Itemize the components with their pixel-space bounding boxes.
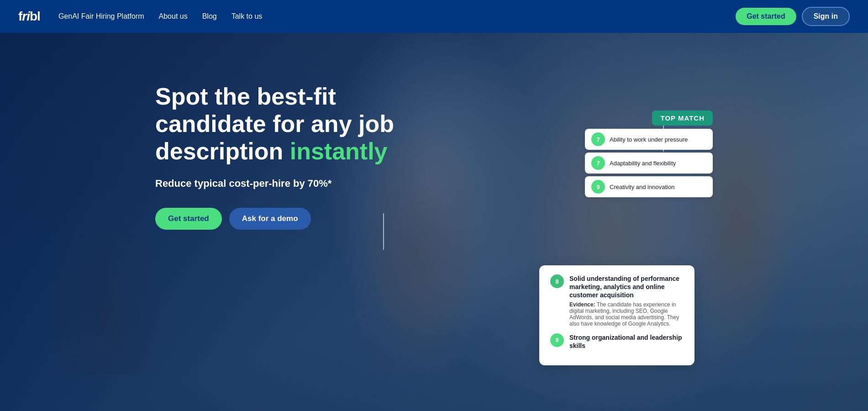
nav-links: GenAI Fair Hiring Platform About us Blog… <box>58 12 262 21</box>
hero-overlay <box>0 33 868 411</box>
navbar: fribl GenAI Fair Hiring Platform About u… <box>0 0 868 33</box>
navbar-right: Get started Sign in <box>736 7 850 26</box>
hero-buttons: Get started Ask for a demo <box>155 208 394 230</box>
score-badge-main: 8 <box>550 274 564 288</box>
nav-item-platform[interactable]: GenAI Fair Hiring Platform <box>58 12 144 21</box>
score-card-main-evidence: Evidence: The candidate has experience i… <box>569 301 684 327</box>
navbar-get-started-button[interactable]: Get started <box>736 8 796 25</box>
floating-text-2: Creativity and innovation <box>610 184 674 190</box>
score-card-main-title: Solid understanding of performance marke… <box>569 274 684 300</box>
floating-text-0: Ability to work under pressure <box>610 136 688 143</box>
floating-item-0: 7 Ability to work under pressure <box>585 129 713 150</box>
navbar-left: fribl GenAI Fair Hiring Platform About u… <box>18 9 262 24</box>
logo-italic: ri <box>22 9 30 23</box>
hero-title-line1: Spot the best-fit <box>155 83 336 110</box>
hero-demo-button[interactable]: Ask for a demo <box>229 208 311 230</box>
logo-rest: bl <box>30 9 40 23</box>
nav-link-platform[interactable]: GenAI Fair Hiring Platform <box>58 12 144 20</box>
hero-content: Spot the best-fit candidate for any job … <box>155 83 394 230</box>
top-match-badge: TOP MATCH <box>652 111 713 126</box>
hero-subtitle: Reduce typical cost-per-hire by 70%* <box>155 178 394 190</box>
floating-score-1: 7 <box>591 156 605 170</box>
floating-score-2: 9 <box>591 180 605 194</box>
score-badge-bottom: 9 <box>550 333 564 347</box>
nav-link-talk[interactable]: Talk to us <box>231 12 263 20</box>
floating-item-2: 9 Creativity and innovation <box>585 176 713 197</box>
score-card-bottom-title: Strong organizational and leadership ski… <box>569 333 684 350</box>
nav-item-about[interactable]: About us <box>159 12 188 21</box>
floating-items: 7 Ability to work under pressure 7 Adapt… <box>585 129 713 197</box>
nav-link-about[interactable]: About us <box>159 12 188 20</box>
hero-title-line2: candidate for any job <box>155 111 394 137</box>
score-card-bottom-item: 9 Strong organizational and leadership s… <box>550 333 684 350</box>
nav-item-talk[interactable]: Talk to us <box>231 12 263 21</box>
floating-item-1: 7 Adaptability and flexibility <box>585 153 713 174</box>
hero-title: Spot the best-fit candidate for any job … <box>155 83 394 165</box>
nav-item-blog[interactable]: Blog <box>202 12 217 21</box>
score-card-main-item: 8 Solid understanding of performance mar… <box>550 274 684 327</box>
score-card: 8 Solid understanding of performance mar… <box>539 265 694 365</box>
hero-title-line3: description <box>155 138 290 164</box>
navbar-sign-in-button[interactable]: Sign in <box>802 7 850 26</box>
floating-score-0: 7 <box>591 132 605 146</box>
nav-link-blog[interactable]: Blog <box>202 12 217 20</box>
score-card-main-text: Solid understanding of performance marke… <box>569 274 684 327</box>
logo[interactable]: fribl <box>18 9 40 24</box>
floating-text-1: Adaptability and flexibility <box>610 160 676 167</box>
hero-section: Spot the best-fit candidate for any job … <box>0 33 868 411</box>
hero-get-started-button[interactable]: Get started <box>155 208 222 230</box>
evidence-label: Evidence: <box>569 301 595 308</box>
hero-title-highlight: instantly <box>290 138 388 164</box>
